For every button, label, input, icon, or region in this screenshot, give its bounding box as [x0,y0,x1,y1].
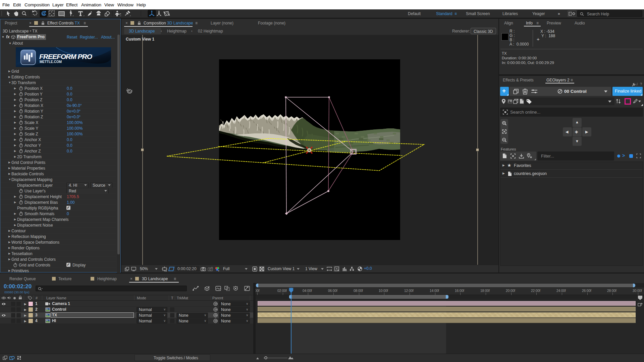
svg-text:FREEFORM PRO: FREEFORM PRO [39,53,92,60]
svg-text:METTLE.COM: METTLE.COM [40,60,62,64]
